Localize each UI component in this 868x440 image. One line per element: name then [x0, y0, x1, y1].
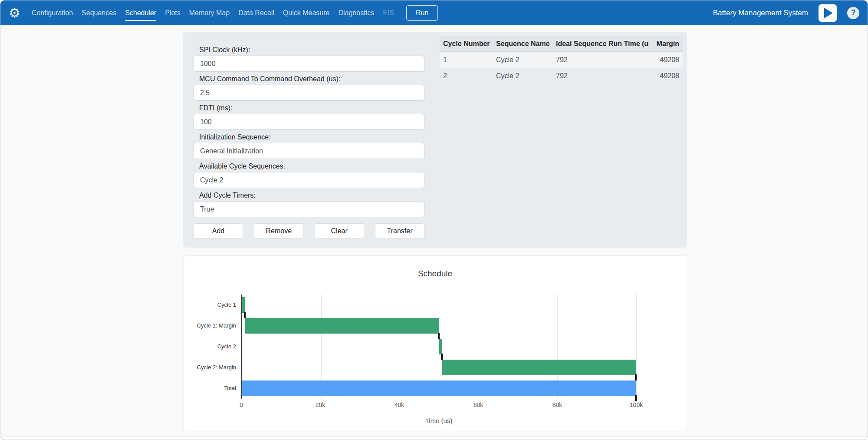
chart-category-label: Cycle 2: Margin [197, 357, 236, 378]
navbar-right: Battery Management System ? [713, 4, 859, 22]
nav-item-data-recall[interactable]: Data Recall [234, 0, 279, 25]
table-row[interactable]: 2Cycle 279249208 [440, 68, 683, 84]
chart-bar-total [242, 380, 636, 396]
field-input-available-cycle-sequences[interactable] [194, 172, 424, 188]
table-row[interactable]: 1Cycle 279249208 [440, 52, 683, 68]
chart-bar-cycle-1 [242, 297, 245, 313]
table-header: Ideal Sequence Run Time (us) [552, 40, 649, 48]
table-cell: 49208 [649, 72, 683, 80]
table-cell: 2 [440, 72, 493, 80]
nav-item-plots[interactable]: Plots [161, 0, 185, 25]
table-header-row: Cycle NumberSequence NameIdeal Sequence … [440, 36, 683, 52]
x-tick-label: 40k [395, 401, 404, 408]
nav-item-configuration[interactable]: Configuration [27, 0, 77, 25]
nav-item-diagnostics[interactable]: Diagnostics [334, 0, 378, 25]
x-tick-label: 60k [473, 401, 483, 408]
top-navbar: ⚙ ConfigurationSequencesSchedulerPlotsMe… [0, 0, 868, 25]
gridline [636, 294, 637, 399]
run-button[interactable]: Run [406, 5, 438, 21]
form-buttons: AddRemoveClearTransfer [194, 223, 424, 238]
app-title: Battery Management System [713, 9, 808, 17]
chart-bar-cycle-1-margin [245, 318, 439, 334]
table-cell: 1 [440, 56, 493, 64]
x-tick-label: 80k [552, 401, 562, 408]
nav-item-scheduler[interactable]: Scheduler [121, 0, 161, 25]
x-tick-label: 20k [316, 401, 326, 408]
nav-item-quick-measure[interactable]: Quick Measure [279, 0, 334, 25]
form-field: Initialization Sequence: [194, 133, 424, 159]
nav-items: ConfigurationSequencesSchedulerPlotsMemo… [27, 0, 398, 25]
transfer-button[interactable]: Transfer [375, 223, 424, 238]
help-icon: ? [851, 8, 856, 17]
field-label: MCU Command To Command Overhead (us): [199, 75, 424, 83]
chart-category-label: Total [224, 378, 236, 399]
main-content: SPI Clock (kHz):MCU Command To Command O… [0, 25, 868, 437]
chart-plot-area [241, 294, 636, 399]
field-label: Available Cycle Sequences: [199, 162, 424, 170]
chart-bar-row [242, 378, 636, 399]
chart-bar-cycle-2 [439, 339, 442, 354]
add-button[interactable]: Add [194, 223, 243, 238]
nav-item-sequences[interactable]: Sequences [77, 0, 121, 25]
nav-item-memory-map[interactable]: Memory Map [185, 0, 234, 25]
table-cell: 792 [552, 56, 649, 64]
field-label: Initialization Sequence: [199, 133, 424, 141]
gear-icon[interactable]: ⚙ [9, 7, 20, 20]
field-input-fdti-ms[interactable] [194, 114, 424, 130]
bar-end-marker [635, 395, 637, 401]
table-header: Margin [649, 40, 683, 48]
field-label: FDTI (ms): [199, 104, 424, 112]
clear-button[interactable]: Clear [315, 223, 364, 238]
field-label: Add Cycle Timers: [199, 192, 424, 199]
chart-category-label: Cycle 2 [217, 336, 236, 357]
table-cell: 792 [552, 72, 649, 80]
schedule-chart-card: Schedule Cycle 1Cycle 1: MarginCycle 2Cy… [183, 255, 687, 431]
form-field: Available Cycle Sequences: [194, 162, 424, 188]
help-button[interactable]: ? [847, 7, 859, 19]
field-input-mcu-command-to-command-overhead-us[interactable] [194, 85, 424, 101]
field-input-spi-clock-khz[interactable] [194, 56, 424, 72]
form-fields: SPI Clock (kHz):MCU Command To Command O… [194, 46, 424, 217]
x-tick-label: 0 [240, 401, 243, 408]
chart-bar-cycle-2-margin [442, 360, 636, 375]
cycles-table: Cycle NumberSequence NameIdeal Sequence … [440, 36, 683, 84]
chart-bar-row [242, 357, 636, 378]
chart-bar-row [242, 294, 636, 315]
table-cell: Cycle 2 [493, 56, 552, 64]
play-button[interactable] [819, 4, 837, 22]
table-header: Cycle Number [440, 40, 493, 48]
form-field: SPI Clock (kHz): [194, 46, 424, 72]
app-window: ⚙ ConfigurationSequencesSchedulerPlotsMe… [0, 0, 868, 440]
chart-category-label: Cycle 1: Margin [197, 315, 236, 336]
chart-title: Schedule [184, 269, 687, 278]
field-input-add-cycle-timers[interactable] [194, 201, 424, 217]
x-tick-label: 100k [630, 401, 643, 408]
chart-x-axis-label: Time (us) [241, 417, 636, 424]
scheduler-config-panel: SPI Clock (kHz):MCU Command To Command O… [183, 32, 687, 248]
table-cell: Cycle 2 [493, 72, 552, 80]
scheduler-form: SPI Clock (kHz):MCU Command To Command O… [194, 46, 424, 238]
chart-x-ticks: 020k40k60k80k100k [241, 401, 636, 410]
remove-button[interactable]: Remove [254, 223, 303, 238]
nav-item-eis: EIS [378, 0, 398, 25]
field-label: SPI Clock (kHz): [199, 46, 424, 54]
chart-bar-row [242, 315, 636, 336]
chart-category-label: Cycle 1 [217, 294, 236, 315]
chart-bar-row [242, 336, 636, 357]
table-cell: 49208 [649, 56, 683, 64]
play-icon [824, 8, 833, 18]
field-input-initialization-sequence[interactable] [194, 143, 424, 159]
table-body: 1Cycle 2792492082Cycle 279249208 [440, 52, 683, 84]
table-header: Sequence Name [493, 40, 552, 48]
form-field: FDTI (ms): [194, 104, 424, 130]
form-field: Add Cycle Timers: [194, 192, 424, 217]
form-field: MCU Command To Command Overhead (us): [194, 75, 424, 101]
